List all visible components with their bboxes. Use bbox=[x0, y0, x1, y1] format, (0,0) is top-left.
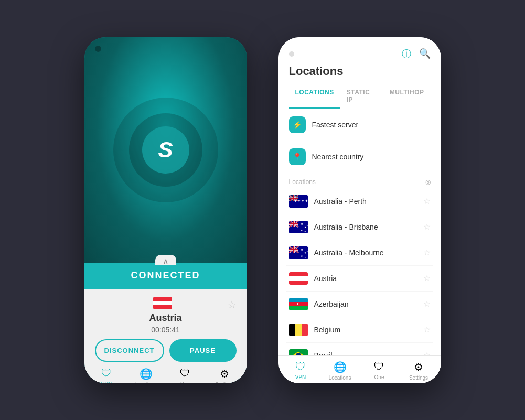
star-icon[interactable]: ☆ bbox=[423, 196, 431, 206]
page-title: Locations bbox=[289, 64, 431, 78]
nav-one[interactable]: 🛡 One bbox=[171, 368, 200, 383]
phone-locations: ⓘ 🔍 Locations LOCATIONS STATIC IP MULTIH… bbox=[278, 37, 441, 383]
nav-one-label: One bbox=[180, 381, 190, 383]
svg-text:★: ★ bbox=[301, 248, 303, 251]
shield-icon: 🛡 bbox=[101, 368, 112, 380]
svg-text:★: ★ bbox=[301, 222, 303, 225]
location-name: Belgium bbox=[314, 326, 423, 334]
star-icon[interactable]: ☆ bbox=[423, 350, 431, 355]
tab-static-ip[interactable]: STATIC IP bbox=[340, 84, 383, 109]
flag-austria bbox=[289, 272, 308, 285]
surfshark-logo: S bbox=[158, 137, 173, 163]
tab-multihop[interactable]: MULTIHOP bbox=[383, 84, 431, 109]
tabs-row: LOCATIONS STATIC IP MULTIHOP bbox=[278, 84, 441, 109]
nearest-country-item[interactable]: 📍 Nearest country bbox=[286, 141, 433, 173]
location-name: Australia - Perth bbox=[314, 197, 423, 206]
list-item[interactable]: ☪ Azerbaijan ☆ bbox=[286, 292, 433, 317]
logo-center: S bbox=[142, 126, 189, 174]
flag-australia-perth: ✦✦✦✦✦ bbox=[289, 195, 308, 208]
header-top-row: ⓘ 🔍 bbox=[289, 48, 431, 60]
star-icon[interactable]: ☆ bbox=[423, 273, 431, 283]
bottom-nav: 🛡 VPN 🌐 Locations 🛡 One ⚙ Settings bbox=[84, 362, 247, 383]
list-item[interactable]: ★★★★★ Australia - Melbourne ☆ bbox=[286, 240, 433, 266]
country-flag bbox=[153, 297, 172, 309]
chevron-up-icon: ∧ bbox=[163, 256, 169, 266]
action-buttons: DISCONNECT PAUSE bbox=[84, 339, 247, 362]
pause-button[interactable]: PAUSE bbox=[169, 339, 237, 362]
bottom-nav-2: 🛡 VPN 🌐 Locations 🛡 One ⚙ Settings bbox=[278, 355, 441, 383]
star-icon[interactable]: ☆ bbox=[423, 325, 431, 335]
nav2-settings-label: Settings bbox=[409, 375, 428, 381]
one-icon-2: 🛡 bbox=[374, 361, 384, 373]
disconnect-button[interactable]: DISCONNECT bbox=[95, 339, 164, 362]
nav2-one-label: One bbox=[374, 374, 384, 380]
camera-dot-2 bbox=[289, 51, 294, 57]
nav2-settings[interactable]: ⚙ Settings bbox=[404, 361, 433, 381]
favorite-star-icon[interactable]: ☆ bbox=[227, 298, 237, 311]
flag-brazil bbox=[289, 349, 308, 355]
locations-list: ⚡ Fastest server 📍 Nearest country Locat… bbox=[278, 109, 441, 355]
flag-australia-melbourne: ★★★★★ bbox=[289, 246, 308, 259]
one-icon: 🛡 bbox=[180, 368, 190, 380]
search-icon[interactable]: 🔍 bbox=[419, 48, 431, 60]
target-icon: ◎ bbox=[425, 178, 431, 186]
section-header: Locations ◎ bbox=[286, 173, 433, 189]
phone-connected: S ∧ CONNECTED ☆ Austria 00:05:41 bbox=[84, 37, 247, 383]
list-item[interactable]: Austria ☆ bbox=[286, 266, 433, 292]
nav-vpn[interactable]: 🛡 VPN bbox=[92, 368, 121, 383]
connection-status: CONNECTED bbox=[131, 270, 200, 281]
nav2-vpn-label: VPN bbox=[295, 374, 306, 380]
nav2-one[interactable]: 🛡 One bbox=[365, 361, 394, 381]
nav-settings[interactable]: ⚙ Settings bbox=[210, 368, 239, 383]
nav2-locations-label: Locations bbox=[329, 375, 351, 381]
star-icon[interactable]: ☆ bbox=[423, 299, 431, 309]
locations-screen: ⓘ 🔍 Locations LOCATIONS STATIC IP MULTIH… bbox=[278, 37, 441, 383]
flag-australia-brisbane: ★★★★★ bbox=[289, 221, 308, 233]
flag-azerbaijan: ☪ bbox=[289, 298, 308, 310]
svg-text:★: ★ bbox=[304, 256, 306, 259]
location-name: Brazil bbox=[314, 351, 423, 355]
list-item[interactable]: ✦✦✦✦✦ Australia - Perth ☆ bbox=[286, 189, 433, 214]
nav-locations-label: Locations bbox=[135, 382, 157, 383]
nav-settings-label: Settings bbox=[215, 382, 234, 383]
globe-icon-2: 🌐 bbox=[334, 361, 347, 373]
shield-icon-2: 🛡 bbox=[295, 361, 306, 373]
logo-inner-circle: S bbox=[129, 113, 202, 187]
locations-header: ⓘ 🔍 Locations LOCATIONS STATIC IP MULTIH… bbox=[278, 37, 441, 109]
connected-bar: ∧ CONNECTED bbox=[84, 263, 247, 289]
location-name: Australia - Brisbane bbox=[314, 223, 423, 231]
nav-vpn-label: VPN bbox=[101, 381, 112, 383]
header-icons: ⓘ 🔍 bbox=[402, 48, 431, 60]
phone-bottom-area: ∧ CONNECTED ☆ Austria 00:05:41 DISCONNEC… bbox=[84, 263, 247, 383]
connection-timer: 00:05:41 bbox=[151, 326, 180, 334]
svg-text:★: ★ bbox=[306, 224, 308, 227]
phone-top-area: S bbox=[84, 37, 247, 263]
location-name: Australia - Melbourne bbox=[314, 249, 423, 257]
gear-icon: ⚙ bbox=[220, 368, 229, 380]
svg-text:★: ★ bbox=[304, 230, 306, 233]
fastest-server-item[interactable]: ⚡ Fastest server bbox=[286, 109, 433, 141]
svg-text:★: ★ bbox=[306, 250, 308, 252]
flag-belgium bbox=[289, 324, 308, 336]
list-item[interactable]: Belgium ☆ bbox=[286, 317, 433, 343]
list-item[interactable]: ★★★★★ Australia - Brisbane ☆ bbox=[286, 214, 433, 240]
nearest-country-label: Nearest country bbox=[312, 153, 364, 161]
location-name: Austria bbox=[314, 274, 423, 283]
camera-dot bbox=[95, 46, 101, 52]
country-name: Austria bbox=[149, 313, 181, 324]
star-icon[interactable]: ☆ bbox=[423, 247, 431, 257]
globe-icon: 🌐 bbox=[140, 368, 153, 380]
nav2-vpn[interactable]: 🛡 VPN bbox=[286, 361, 315, 381]
list-item[interactable]: Brazil ☆ bbox=[286, 343, 433, 355]
nav2-locations[interactable]: 🌐 Locations bbox=[326, 361, 355, 381]
lightning-icon: ⚡ bbox=[289, 116, 306, 133]
country-section: ☆ Austria 00:05:41 bbox=[84, 289, 247, 339]
star-icon[interactable]: ☆ bbox=[423, 222, 431, 232]
tab-locations[interactable]: LOCATIONS bbox=[289, 84, 340, 109]
nav-locations[interactable]: 🌐 Locations bbox=[132, 368, 160, 383]
fastest-server-label: Fastest server bbox=[312, 121, 359, 129]
location-name: Azerbaijan bbox=[314, 300, 423, 308]
gear-icon-2: ⚙ bbox=[414, 361, 423, 373]
info-icon[interactable]: ⓘ bbox=[402, 48, 411, 60]
logo-outer-circle: S bbox=[113, 98, 218, 202]
